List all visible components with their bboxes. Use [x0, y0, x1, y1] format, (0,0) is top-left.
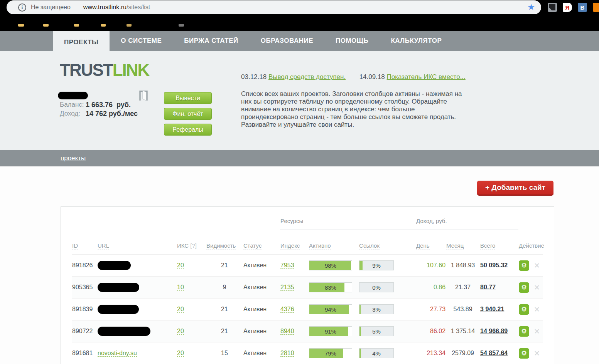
ok-extension-icon[interactable] [593, 3, 599, 12]
browser-toolbar: i Не защищено www.trustlink.ru/sites/lis… [0, 0, 599, 15]
tab-help[interactable]: ПОМОЩЬ [324, 31, 380, 51]
col-header-status[interactable]: Статус [243, 230, 280, 255]
total-link[interactable]: 54 857.64 [480, 350, 508, 356]
vk-extension-icon[interactable]: B [578, 3, 587, 12]
col-header-month[interactable]: Месяц [446, 230, 480, 255]
delete-icon[interactable]: ✕ [534, 349, 540, 358]
bookmark-favicon [101, 24, 106, 27]
cell-total: 14 966.89 [480, 320, 518, 342]
index-link[interactable]: 7953 [280, 262, 294, 269]
cell-links: 0% [359, 277, 416, 299]
total-link[interactable]: 50 095.32 [480, 262, 508, 268]
settings-button[interactable]: ⚙ [519, 260, 529, 271]
delete-icon[interactable]: ✕ [534, 305, 540, 314]
yandex-extension-icon[interactable]: Я [563, 3, 572, 12]
iks-link[interactable]: 20 [177, 262, 184, 269]
iks-link[interactable]: 20 [177, 306, 184, 313]
site-url-link[interactable]: novosti-dny.su [98, 350, 137, 357]
col-header-index[interactable]: Индекс [280, 230, 309, 255]
cell-visibility: 15 [206, 342, 243, 364]
col-header-visibility[interactable]: Видимость [206, 230, 243, 255]
news-line: 03.12.18 Вывод средств доступен. 14.09.1… [241, 73, 466, 81]
index-link[interactable]: 2810 [280, 350, 294, 357]
address-bar[interactable]: i Не защищено www.trustlink.ru/sites/lis… [7, 0, 541, 14]
settings-button[interactable]: ⚙ [519, 282, 529, 293]
cell-index: 8940 [280, 320, 309, 342]
news-link-withdraw[interactable]: Вывод средств доступен. [268, 73, 346, 81]
trustlink-logo[interactable]: TRUSTLINK [60, 62, 149, 79]
breadcrumb-projects-link[interactable]: проекты [61, 154, 86, 162]
cell-month: 1 375.14 [446, 320, 480, 342]
cell-url [97, 277, 177, 299]
cell-status: Активен [243, 255, 280, 277]
index-link[interactable]: 2135 [280, 284, 294, 291]
site-info-icon[interactable]: i [18, 3, 26, 12]
cell-url [97, 255, 177, 277]
tab-articles-exchange[interactable]: БИРЖА СТАТЕЙ [173, 31, 249, 51]
total-link[interactable]: 3 940.21 [480, 306, 504, 312]
col-header-url[interactable]: URL [97, 230, 177, 255]
col-header-total[interactable]: Всего [480, 230, 518, 255]
col-header-day[interactable]: День [416, 230, 446, 255]
settings-button[interactable]: ⚙ [519, 348, 529, 359]
settings-button[interactable]: ⚙ [519, 304, 529, 315]
cell-links: 4% [359, 342, 416, 364]
iks-link[interactable]: 20 [177, 328, 184, 335]
cell-index: 2135 [280, 277, 309, 299]
table-header-row: ID URL ИКС [?] Видимость Статус Индекс А… [72, 230, 543, 255]
active-progress-bar: 94% [309, 304, 352, 314]
delete-icon[interactable]: ✕ [534, 327, 540, 336]
cell-iks: 20 [177, 299, 206, 320]
bookmark-star-icon[interactable]: ★ [527, 2, 535, 12]
cell-visibility: 21 [206, 255, 243, 277]
tab-about[interactable]: О СИСТЕМЕ [110, 31, 173, 51]
index-link[interactable]: 8940 [280, 328, 294, 335]
site-header: TRUSTLINK Баланс: 1 663.76 руб. Доход: 1… [0, 51, 599, 150]
logout-door-icon[interactable] [139, 90, 148, 101]
col-header-action: Действие [518, 230, 543, 255]
cell-visibility: 9 [206, 277, 243, 299]
cell-index: 2810 [280, 342, 309, 364]
cell-id: 890722 [72, 320, 97, 342]
total-link[interactable]: 80.77 [480, 284, 496, 290]
settings-button[interactable]: ⚙ [519, 326, 529, 337]
cell-links: 3% [359, 299, 416, 320]
url-host: www.trustlink.ru [83, 4, 127, 11]
tab-projects[interactable]: ПРОЕКТЫ [53, 31, 110, 54]
active-progress-bar: 79% [309, 348, 352, 358]
col-header-active[interactable]: Активно [309, 230, 359, 255]
iks-help-icon[interactable]: [?] [190, 242, 197, 249]
index-link[interactable]: 4376 [280, 306, 294, 313]
bookmark-favicon [43, 24, 49, 27]
links-progress-bar: 4% [359, 348, 394, 358]
cell-active: 98% [309, 255, 359, 277]
table-row: 891681 novosti-dny.su 20 15 Активен 2810… [72, 342, 543, 364]
delete-icon[interactable]: ✕ [534, 283, 540, 292]
news-link-iks[interactable]: Показатель ИКС вместо... [387, 73, 466, 81]
col-header-id[interactable]: ID [72, 230, 97, 255]
tab-education[interactable]: ОБРАЗОВАНИЕ [250, 31, 324, 51]
withdraw-button[interactable]: Вывести [164, 92, 212, 104]
fin-report-button[interactable]: Фин. отчёт [164, 108, 212, 120]
cell-day: 27.73 [416, 299, 446, 320]
iks-link[interactable]: 20 [177, 350, 184, 357]
cell-action: ⚙✕ [518, 342, 543, 364]
iks-link[interactable]: 10 [177, 284, 184, 291]
total-link[interactable]: 14 966.89 [480, 328, 508, 334]
links-progress-bar: 9% [359, 260, 394, 270]
delete-icon[interactable]: ✕ [534, 261, 540, 270]
tab-calculator[interactable]: КАЛЬКУЛЯТОР [380, 31, 453, 51]
cell-visibility: 21 [206, 320, 243, 342]
screenshot-extension-icon[interactable] [548, 3, 557, 12]
income-value: 14 762 руб./мес [86, 110, 138, 118]
cell-iks: 20 [177, 255, 206, 277]
cell-visibility: 21 [206, 299, 243, 320]
referrals-button[interactable]: Рефералы [164, 124, 212, 136]
add-site-button[interactable]: + Добавить сайт [477, 181, 553, 196]
col-header-iks[interactable]: ИКС [?] [177, 230, 206, 255]
col-header-links[interactable]: Ссылок [359, 230, 416, 255]
gear-icon: ⚙ [521, 262, 527, 270]
cell-id: 891681 [72, 342, 97, 364]
cell-status: Активен [243, 277, 280, 299]
url-path: /sites/list [127, 4, 150, 11]
